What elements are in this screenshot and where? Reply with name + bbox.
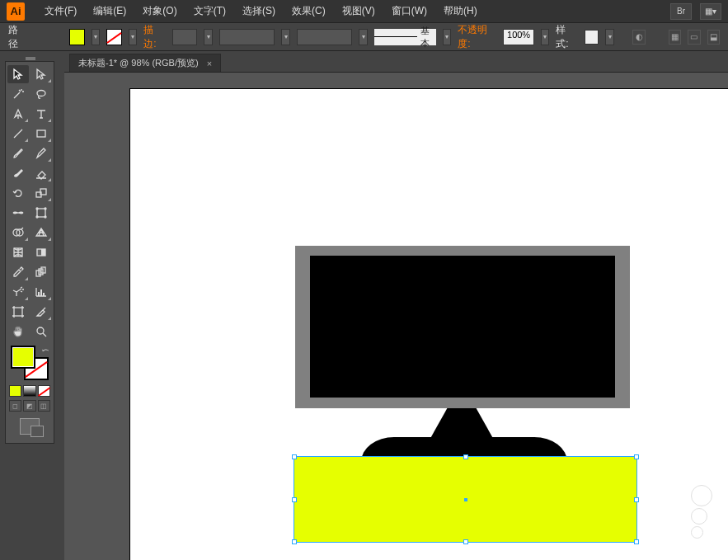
blend-tool[interactable] bbox=[31, 263, 52, 281]
resize-handle-mr[interactable] bbox=[634, 497, 639, 502]
stroke-style-dropdown[interactable]: ▾ bbox=[443, 29, 451, 45]
bridge-button[interactable]: Br bbox=[670, 3, 692, 20]
menu-bar: Ai 文件(F) 编辑(E) 对象(O) 文字(T) 选择(S) 效果(C) 视… bbox=[0, 0, 728, 23]
hand-tool[interactable] bbox=[7, 322, 29, 341]
svg-rect-20 bbox=[43, 293, 45, 296]
document-tab-bar: 未标题-1* @ 98% (RGB/预览) × bbox=[64, 51, 728, 73]
fill-stroke-indicator[interactable]: ⤺ bbox=[11, 346, 49, 380]
lasso-tool[interactable] bbox=[31, 85, 52, 103]
workspace-switcher[interactable]: ▦▾ bbox=[700, 3, 721, 20]
art-monitor-screen[interactable] bbox=[310, 256, 615, 398]
swap-fill-stroke-icon[interactable]: ⤺ bbox=[42, 346, 49, 355]
stroke-dropdown[interactable]: ▾ bbox=[129, 29, 137, 45]
stroke-weight-dropdown[interactable]: ▾ bbox=[204, 29, 212, 45]
direct-selection-tool[interactable] bbox=[31, 65, 52, 83]
menu-object[interactable]: 对象(O) bbox=[136, 1, 183, 21]
draw-inside[interactable]: ◫ bbox=[38, 400, 50, 412]
symbol-sprayer-tool[interactable] bbox=[7, 283, 29, 301]
menu-select[interactable]: 选择(S) bbox=[236, 1, 282, 21]
artboard-tool[interactable] bbox=[7, 303, 29, 321]
graphic-style-dropdown[interactable]: ▾ bbox=[605, 29, 613, 45]
menu-window[interactable]: 窗口(W) bbox=[385, 1, 434, 21]
fill-box-icon[interactable] bbox=[11, 346, 35, 369]
resize-handle-bl[interactable] bbox=[292, 539, 297, 544]
column-graph-tool[interactable] bbox=[31, 283, 52, 301]
color-mode-solid[interactable] bbox=[9, 385, 21, 397]
line-tool[interactable] bbox=[7, 125, 29, 143]
svg-rect-4 bbox=[37, 209, 45, 217]
close-tab-icon[interactable]: × bbox=[207, 59, 212, 68]
canvas-area[interactable] bbox=[64, 73, 728, 560]
resize-handle-tm[interactable] bbox=[463, 454, 468, 459]
stroke-weight-field[interactable] bbox=[172, 29, 197, 45]
width-tool[interactable] bbox=[7, 204, 29, 222]
svg-point-0 bbox=[37, 91, 45, 96]
opacity-field[interactable]: 100% bbox=[503, 29, 533, 45]
magic-wand-tool[interactable] bbox=[7, 85, 29, 103]
perspective-grid-tool[interactable] bbox=[31, 224, 52, 242]
menu-edit[interactable]: 编辑(E) bbox=[87, 1, 133, 21]
art-monitor-neck[interactable] bbox=[429, 408, 495, 441]
selection-tool[interactable] bbox=[7, 65, 29, 83]
options-bar: 路径 ▾ ▾ 描边: ▾ ▾ ▾ 基本 ▾ 不透明度: 100% ▾ 样式: ▾… bbox=[0, 23, 728, 51]
document-tab[interactable]: 未标题-1* @ 98% (RGB/预览) × bbox=[69, 54, 221, 72]
app-logo-icon: Ai bbox=[7, 2, 25, 21]
draw-normal[interactable]: ◻ bbox=[9, 400, 21, 412]
align-icon[interactable]: ▦ bbox=[669, 30, 681, 45]
free-transform-tool[interactable] bbox=[31, 204, 52, 222]
menu-type[interactable]: 文字(T) bbox=[187, 1, 232, 21]
watermark-icon bbox=[691, 485, 712, 540]
svg-rect-13 bbox=[37, 249, 41, 256]
pen-tool[interactable] bbox=[7, 105, 29, 123]
shape-builder-tool[interactable] bbox=[7, 224, 29, 242]
opacity-dropdown[interactable]: ▾ bbox=[541, 29, 549, 45]
blob-brush-tool[interactable] bbox=[7, 164, 29, 182]
gradient-tool[interactable] bbox=[31, 243, 52, 261]
resize-handle-ml[interactable] bbox=[292, 497, 297, 502]
paintbrush-tool[interactable] bbox=[7, 144, 29, 162]
type-tool[interactable] bbox=[31, 105, 52, 123]
menu-help[interactable]: 帮助(H) bbox=[437, 1, 484, 21]
svg-rect-21 bbox=[14, 308, 22, 316]
screen-mode-icon[interactable] bbox=[20, 418, 40, 435]
transform-icon[interactable]: ▭ bbox=[688, 30, 700, 45]
menu-file[interactable]: 文件(F) bbox=[38, 1, 83, 21]
stroke-swatch[interactable] bbox=[106, 29, 122, 45]
fill-dropdown[interactable]: ▾ bbox=[92, 29, 100, 45]
rectangle-tool[interactable] bbox=[31, 125, 52, 143]
svg-rect-18 bbox=[38, 292, 40, 296]
brush-def-dropdown[interactable]: ▾ bbox=[359, 29, 367, 45]
slice-tool[interactable] bbox=[31, 303, 52, 321]
color-mode-gradient[interactable] bbox=[23, 385, 35, 397]
eyedropper-tool[interactable] bbox=[7, 263, 29, 281]
color-mode-none[interactable] bbox=[38, 385, 50, 397]
scale-tool[interactable] bbox=[31, 184, 52, 202]
svg-rect-19 bbox=[40, 289, 42, 296]
pencil-tool[interactable] bbox=[31, 144, 52, 162]
document-tab-title: 未标题-1* @ 98% (RGB/预览) bbox=[78, 57, 199, 69]
isolate-icon[interactable]: ⬓ bbox=[707, 30, 720, 45]
menu-view[interactable]: 视图(V) bbox=[336, 1, 382, 21]
artboard[interactable] bbox=[130, 89, 728, 560]
zoom-tool[interactable] bbox=[31, 322, 52, 341]
resize-handle-tr[interactable] bbox=[634, 454, 639, 459]
graphic-style-swatch[interactable] bbox=[585, 30, 599, 45]
mesh-tool[interactable] bbox=[7, 243, 29, 261]
resize-handle-bm[interactable] bbox=[463, 539, 468, 544]
width-profile-field[interactable] bbox=[219, 29, 275, 45]
stroke-style-preview[interactable]: 基本 bbox=[374, 29, 436, 45]
recolor-icon[interactable]: ◐ bbox=[632, 30, 645, 45]
resize-handle-tl[interactable] bbox=[292, 454, 297, 459]
rotate-tool[interactable] bbox=[7, 184, 29, 202]
opacity-label: 不透明度: bbox=[458, 23, 493, 51]
eraser-tool[interactable] bbox=[31, 164, 52, 182]
width-profile-dropdown[interactable]: ▾ bbox=[281, 29, 289, 45]
style-label: 样式: bbox=[556, 23, 575, 51]
selected-rectangle[interactable] bbox=[294, 457, 636, 542]
brush-def-field[interactable] bbox=[297, 29, 353, 45]
fill-swatch[interactable] bbox=[69, 29, 85, 45]
resize-handle-br[interactable] bbox=[634, 539, 639, 544]
menu-effect[interactable]: 效果(C) bbox=[285, 1, 332, 21]
draw-mode-row: ◻ ◩ ◫ bbox=[7, 398, 52, 413]
draw-behind[interactable]: ◩ bbox=[23, 400, 35, 412]
